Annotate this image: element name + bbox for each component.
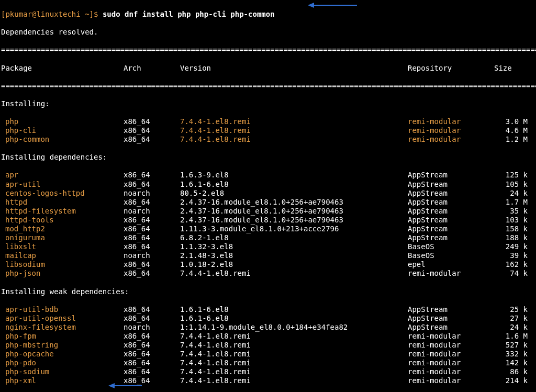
table-row: php-jsonx86_647.4.4-1.el8.remiremi-modul… bbox=[1, 269, 535, 278]
cell-version: 2.4.37-16.module_el8.1.0+256+ae790463 bbox=[180, 207, 408, 216]
cell-size: 142 k bbox=[494, 359, 528, 367]
cell-arch: x86_64 bbox=[124, 350, 180, 359]
cell-size: 214 k bbox=[494, 376, 528, 385]
cell-package: centos-logos-httpd bbox=[1, 189, 124, 198]
cell-size: 24 k bbox=[494, 189, 528, 198]
cell-repository: remi-modular bbox=[408, 135, 494, 144]
cell-size: 25 k bbox=[494, 305, 528, 314]
cell-size: 3.0 M bbox=[494, 117, 528, 126]
table-row: php-commonx86_647.4.4-1.el8.remiremi-mod… bbox=[1, 135, 535, 144]
cell-repository: epel bbox=[408, 260, 494, 269]
table-row: php-mbstringx86_647.4.4-1.el8.remiremi-m… bbox=[1, 341, 535, 350]
cell-arch: x86_64 bbox=[124, 376, 180, 385]
rule-top: ========================================… bbox=[1, 46, 535, 54]
cell-size: 35 k bbox=[494, 207, 528, 216]
cell-package: apr-util bbox=[1, 180, 124, 189]
cell-version: 1.6.1-6.el8 bbox=[180, 305, 408, 314]
cell-repository: remi-modular bbox=[408, 332, 494, 341]
cell-package: oniguruma bbox=[1, 233, 124, 242]
cell-repository: AppStream bbox=[408, 233, 494, 242]
cell-arch: x86_64 bbox=[124, 233, 180, 242]
table-row: nginx-filesystemnoarch1:1.14.1-9.module_… bbox=[1, 323, 535, 332]
cell-arch: x86_64 bbox=[124, 269, 180, 278]
cell-repository: AppStream bbox=[408, 216, 494, 225]
cell-package: php-pdo bbox=[1, 359, 124, 367]
cell-version: 7.4.4-1.el8.remi bbox=[180, 376, 408, 385]
cell-size: 188 k bbox=[494, 233, 528, 242]
table-row: phpx86_647.4.4-1.el8.remiremi-modular3.0… bbox=[1, 117, 535, 126]
cell-version: 6.8.2-1.el8 bbox=[180, 233, 408, 242]
section-installing-weak: Installing weak dependencies: bbox=[1, 287, 535, 296]
hdr-package: Package bbox=[1, 64, 124, 73]
cell-repository: AppStream bbox=[408, 171, 494, 180]
cell-repository: AppStream bbox=[408, 225, 494, 233]
cell-version: 7.4.4-1.el8.remi bbox=[180, 341, 408, 350]
cell-arch: x86_64 bbox=[124, 359, 180, 367]
cell-package: mailcap bbox=[1, 251, 124, 260]
cell-size: 103 k bbox=[494, 216, 528, 225]
hdr-version: Version bbox=[180, 64, 408, 73]
table-row: apr-utilx86_641.6.1-6.el8AppStream105 k bbox=[1, 180, 535, 189]
cell-repository: AppStream bbox=[408, 207, 494, 216]
prompt-path: ~]$ bbox=[81, 10, 103, 19]
cell-package: httpd bbox=[1, 198, 124, 207]
cell-size: 249 k bbox=[494, 242, 528, 251]
cell-arch: x86_64 bbox=[124, 305, 180, 314]
cell-arch: x86_64 bbox=[124, 216, 180, 225]
cell-package: mod_http2 bbox=[1, 225, 124, 233]
cell-arch: x86_64 bbox=[124, 180, 180, 189]
cell-version: 7.4.4-1.el8.remi bbox=[180, 367, 408, 376]
command-text: sudo dnf install php php-cli php-common bbox=[103, 10, 275, 19]
cell-repository: AppStream bbox=[408, 305, 494, 314]
cell-package: php-json bbox=[1, 269, 124, 278]
hdr-repository: Repository bbox=[408, 64, 494, 73]
cell-size: 1.7 M bbox=[494, 198, 528, 207]
deps-resolved: Dependencies resolved. bbox=[1, 28, 535, 37]
cell-version: 2.4.37-16.module_el8.1.0+256+ae790463 bbox=[180, 216, 408, 225]
cell-arch: x86_64 bbox=[124, 314, 180, 323]
table-header: PackageArchVersionRepositorySize bbox=[1, 64, 535, 73]
cell-repository: BaseOS bbox=[408, 251, 494, 260]
cell-package: php-fpm bbox=[1, 332, 124, 341]
rule-hdr: ========================================… bbox=[1, 82, 535, 91]
cell-size: 105 k bbox=[494, 180, 528, 189]
table-row: aprx86_641.6.3-9.el8AppStream125 k bbox=[1, 171, 535, 180]
prompt-user-host: pkumar@linuxtechi bbox=[5, 10, 80, 19]
table-row: php-opcachex86_647.4.4-1.el8.remiremi-mo… bbox=[1, 350, 535, 359]
cell-package: httpd-filesystem bbox=[1, 207, 124, 216]
cell-package: php bbox=[1, 117, 124, 126]
cell-repository: remi-modular bbox=[408, 367, 494, 376]
cell-package: php-common bbox=[1, 135, 124, 144]
cell-version: 1:1.14.1-9.module_el8.0.0+184+e34fea82 bbox=[180, 323, 408, 332]
cell-version: 7.4.4-1.el8.remi bbox=[180, 350, 408, 359]
cell-arch: x86_64 bbox=[124, 332, 180, 341]
table-row: onigurumax86_646.8.2-1.el8AppStream188 k bbox=[1, 233, 535, 242]
cell-repository: AppStream bbox=[408, 314, 494, 323]
table-row: centos-logos-httpdnoarch80.5-2.el8AppStr… bbox=[1, 189, 535, 198]
cell-package: php-mbstring bbox=[1, 341, 124, 350]
hdr-arch: Arch bbox=[124, 64, 180, 73]
cell-package: apr-util-bdb bbox=[1, 305, 124, 314]
cell-repository: AppStream bbox=[408, 198, 494, 207]
table-row: httpd-toolsx86_642.4.37-16.module_el8.1.… bbox=[1, 216, 535, 225]
cell-arch: x86_64 bbox=[124, 135, 180, 144]
cell-version: 80.5-2.el8 bbox=[180, 189, 408, 198]
table-row: httpdx86_642.4.37-16.module_el8.1.0+256+… bbox=[1, 198, 535, 207]
cell-arch: x86_64 bbox=[124, 171, 180, 180]
cell-version: 7.4.4-1.el8.remi bbox=[180, 269, 408, 278]
table-row: php-fpmx86_647.4.4-1.el8.remiremi-modula… bbox=[1, 332, 535, 341]
cell-size: 125 k bbox=[494, 171, 528, 180]
cell-repository: remi-modular bbox=[408, 341, 494, 350]
cell-version: 1.6.1-6.el8 bbox=[180, 180, 408, 189]
cell-package: php-cli bbox=[1, 126, 124, 135]
cell-version: 1.6.3-9.el8 bbox=[180, 171, 408, 180]
cell-arch: x86_64 bbox=[124, 341, 180, 350]
cell-size: 332 k bbox=[494, 350, 528, 359]
cell-size: 162 k bbox=[494, 260, 528, 269]
table-row: mailcapnoarch2.1.48-3.el8BaseOS39 k bbox=[1, 251, 535, 260]
table-row: php-sodiumx86_647.4.4-1.el8.remiremi-mod… bbox=[1, 367, 535, 376]
cell-arch: noarch bbox=[124, 207, 180, 216]
cell-package: httpd-tools bbox=[1, 216, 124, 225]
cell-package: apr-util-openssl bbox=[1, 314, 124, 323]
cell-size: 39 k bbox=[494, 251, 528, 260]
